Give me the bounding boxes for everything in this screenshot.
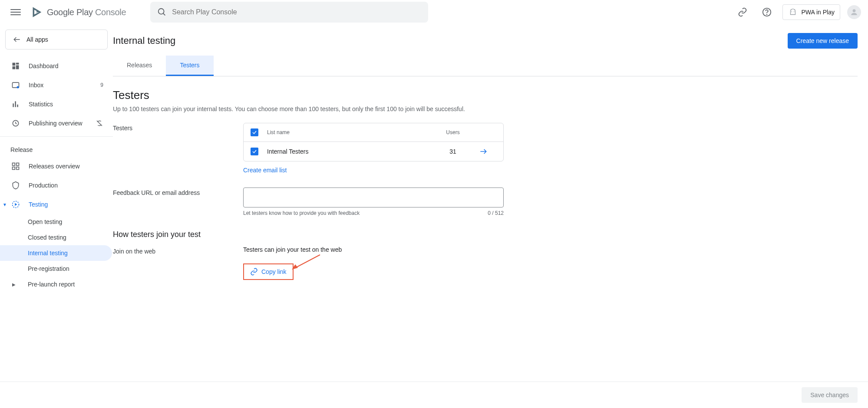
testers-description: Up to 100 testers can join your internal… [113, 105, 858, 112]
svg-rect-21 [17, 167, 19, 170]
sidebar-item-closed-testing[interactable]: Closed testing [0, 230, 112, 245]
releases-icon [10, 161, 21, 171]
testers-table: List name Users Internal Testers 31 [243, 123, 504, 161]
search-bar[interactable] [150, 2, 428, 23]
app-selector-label: PWA in Play [801, 9, 835, 16]
feedback-label: Feedback URL or email address [113, 188, 226, 196]
sidebar-item-open-testing[interactable]: Open testing [0, 214, 112, 230]
copy-link-label: Copy link [261, 268, 287, 275]
help-icon[interactable] [758, 3, 776, 21]
all-apps-button[interactable]: All apps [5, 30, 108, 49]
svg-line-25 [295, 255, 320, 268]
copy-link-button[interactable]: Copy link [243, 263, 294, 280]
sidebar-item-label: Publishing overview [29, 120, 83, 127]
svg-point-13 [17, 86, 19, 89]
sidebar-item-production[interactable]: Production [0, 176, 112, 195]
sidebar-item-label: Internal testing [28, 250, 68, 257]
page-title: Internal testing [113, 35, 175, 46]
svg-marker-23 [15, 203, 17, 206]
table-header: List name Users [244, 123, 503, 142]
tabs: Releases Testers [113, 56, 858, 76]
svg-point-6 [853, 9, 856, 12]
row-name: Internal Testers [267, 148, 427, 155]
app-selector[interactable]: PWA in Play [782, 4, 840, 20]
dashboard-icon [10, 61, 21, 71]
hamburger-menu-icon[interactable] [7, 3, 24, 21]
svg-rect-10 [16, 65, 19, 69]
col-users: Users [436, 129, 470, 135]
annotation-arrow-icon [292, 254, 322, 271]
table-row: Internal Testers 31 [244, 142, 503, 161]
feedback-counter: 0 / 512 [488, 210, 504, 216]
col-list-name: List name [267, 129, 427, 135]
svg-rect-19 [17, 163, 19, 166]
svg-rect-16 [17, 105, 18, 107]
sidebar-item-label: Dashboard [29, 63, 59, 69]
svg-marker-26 [292, 264, 298, 270]
sidebar-section-release: Release [0, 140, 113, 157]
testing-icon [10, 199, 21, 210]
sidebar-item-publishing[interactable]: Publishing overview [0, 114, 112, 133]
statistics-icon [10, 99, 21, 109]
tab-testers[interactable]: Testers [166, 56, 213, 76]
sidebar-item-dashboard[interactable]: Dashboard [0, 56, 112, 76]
svg-rect-15 [15, 101, 16, 107]
svg-rect-20 [13, 167, 15, 170]
feedback-helper: Let testers know how to provide you with… [243, 210, 360, 216]
tab-releases[interactable]: Releases [113, 56, 166, 76]
row-users: 31 [436, 148, 470, 155]
sidebar-item-internal-testing[interactable]: Internal testing [0, 245, 112, 261]
search-icon [157, 7, 167, 17]
sidebar-item-label: Closed testing [28, 234, 66, 241]
sidebar-item-label: Pre-registration [28, 265, 69, 272]
android-icon [788, 7, 798, 17]
svg-point-0 [158, 9, 164, 14]
logo[interactable]: Google Play Console [31, 6, 126, 18]
sidebar-item-pre-launch-report[interactable]: ▶ Pre-launch report [0, 276, 112, 292]
sidebar-item-releases-overview[interactable]: Releases overview [0, 157, 112, 176]
play-console-icon [31, 6, 43, 18]
svg-rect-18 [13, 163, 15, 166]
svg-line-1 [163, 13, 165, 16]
production-icon [10, 180, 21, 191]
link-icon[interactable] [734, 3, 751, 21]
row-arrow-icon[interactable] [479, 147, 496, 156]
create-release-button[interactable]: Create new release [788, 33, 858, 49]
caret-down-icon: ▼ [3, 202, 7, 207]
testers-heading: Testers [113, 89, 858, 102]
join-heading: How testers join your test [113, 230, 858, 239]
sidebar-item-label: Testing [29, 201, 48, 208]
join-row-label: Join on the web [113, 246, 226, 255]
feedback-input[interactable] [243, 188, 504, 207]
sidebar-item-testing[interactable]: ▼ Testing [0, 195, 112, 214]
link-icon [250, 268, 258, 276]
no-sync-icon [96, 119, 103, 127]
sidebar-item-statistics[interactable]: Statistics [0, 95, 112, 114]
svg-point-4 [792, 11, 792, 12]
sidebar-item-label: Releases overview [29, 163, 80, 170]
svg-rect-8 [13, 63, 16, 66]
sidebar-item-label: Inbox [29, 82, 43, 89]
svg-point-3 [767, 14, 767, 15]
inbox-badge: 9 [100, 82, 103, 88]
svg-point-5 [794, 11, 795, 12]
inbox-icon [10, 80, 21, 90]
sidebar-item-label: Statistics [29, 101, 53, 108]
sidebar-item-label: Production [29, 182, 58, 189]
all-apps-label: All apps [26, 36, 48, 43]
logo-text: Google Play Console [47, 7, 126, 17]
search-input[interactable] [172, 8, 421, 16]
create-email-list-link[interactable]: Create email list [243, 161, 287, 174]
sidebar-item-label: Open testing [28, 218, 62, 225]
sidebar-item-pre-registration[interactable]: Pre-registration [0, 261, 112, 276]
row-checkbox[interactable] [251, 148, 258, 155]
sidebar-item-label: Pre-launch report [28, 281, 75, 288]
select-all-checkbox[interactable] [251, 128, 258, 136]
svg-rect-11 [13, 66, 16, 69]
publishing-icon [10, 118, 21, 128]
join-description: Testers can join your test on the web [243, 246, 504, 253]
sidebar-item-inbox[interactable]: Inbox 9 [0, 76, 112, 95]
testers-row-label: Testers [113, 123, 226, 132]
caret-right-icon: ▶ [12, 282, 16, 287]
avatar[interactable] [847, 5, 861, 19]
